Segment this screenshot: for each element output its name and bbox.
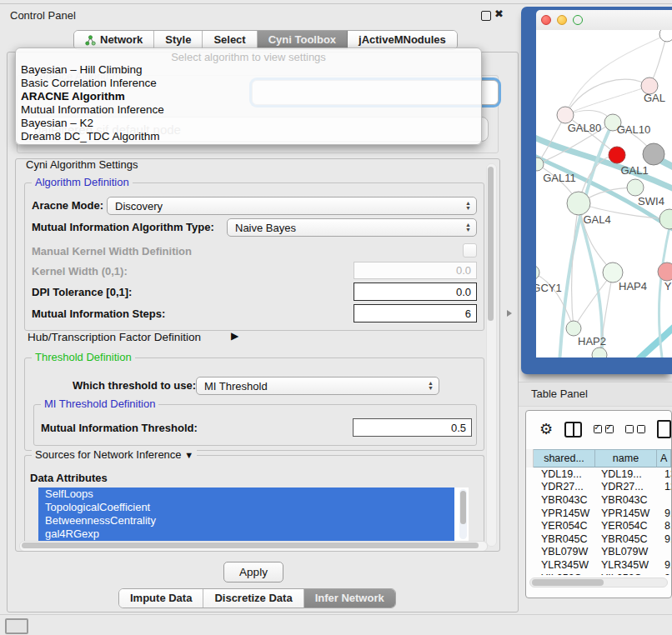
- mi-type-combobox[interactable]: Naive Bayes ▲▼: [227, 218, 477, 237]
- tab-infer-network[interactable]: Infer Network: [304, 589, 395, 608]
- network-node[interactable]: [658, 262, 672, 281]
- table-horizontal-scrollbar[interactable]: [529, 578, 668, 588]
- window-top-divider: [0, 3, 672, 4]
- network-icon: [85, 35, 96, 46]
- row-gutter: [526, 449, 534, 468]
- manual-kernel-label: Manual Kernel Width Definition: [32, 245, 192, 258]
- aracne-mode-label: Aracne Mode:: [32, 199, 103, 212]
- network-nodes: GALGAL80GAL10GAL11GAL1SWI4GAL4GCY1HAP4YH…: [536, 30, 672, 358]
- mi-threshold-input[interactable]: 0.5: [353, 418, 472, 437]
- network-node[interactable]: [566, 321, 581, 336]
- manual-kernel-checkbox[interactable]: [463, 243, 477, 258]
- sources-group-title: Sources for Network Inference ▼: [32, 448, 197, 461]
- data-attribute-item[interactable]: gal4RGexp: [38, 528, 454, 541]
- tab-cyni-toolbox[interactable]: Cyni Toolbox: [258, 31, 348, 49]
- gear-icon[interactable]: ⚙: [539, 422, 553, 437]
- tab-network[interactable]: Network: [74, 31, 154, 49]
- apply-button[interactable]: Apply: [223, 562, 283, 582]
- network-node-label: GAL10: [617, 123, 650, 136]
- table-cell: 13: [659, 468, 671, 480]
- table-row[interactable]: YDL19...YDL19...13: [526, 468, 671, 481]
- aracne-mode-combobox[interactable]: Discovery ▲▼: [107, 197, 477, 215]
- deselect-all-checkboxes-icon[interactable]: [625, 425, 645, 433]
- document-icon[interactable]: [657, 420, 671, 438]
- algorithm-option[interactable]: Mutual Information Inference: [16, 103, 481, 117]
- table-row[interactable]: YBL079WYBL079W: [526, 546, 671, 559]
- settings-group-title: Cyni Algorithm Settings: [23, 158, 141, 171]
- data-attribute-item[interactable]: BetweennessCentrality: [38, 514, 454, 528]
- network-canvas[interactable]: GALGAL80GAL10GAL11GAL1SWI4GAL4GCY1HAP4YH…: [536, 30, 672, 358]
- kernel-width-input[interactable]: 0.0: [354, 262, 477, 279]
- table-cell: 9.: [659, 508, 671, 519]
- table-row[interactable]: YIL052CYIL052C9.: [526, 572, 671, 575]
- network-node[interactable]: [567, 192, 590, 215]
- column-header-a[interactable]: A: [657, 449, 671, 468]
- select-all-checkboxes-icon[interactable]: [594, 425, 614, 433]
- network-node-label: GAL11: [543, 172, 576, 184]
- attr-list-scrollbar[interactable]: [459, 489, 467, 539]
- table-row[interactable]: YBR045CYBR045C9.: [526, 532, 671, 546]
- tab-select[interactable]: Select: [203, 31, 257, 49]
- status-area-divider: [0, 614, 672, 615]
- algorithm-option[interactable]: Basic Correlation Inference: [16, 77, 481, 90]
- settings-horizontal-scrollbar[interactable]: [19, 541, 488, 552]
- splitter-handle-icon[interactable]: [507, 310, 512, 317]
- aracne-mode-value: Discovery: [115, 200, 163, 212]
- network-node[interactable]: [659, 209, 672, 229]
- hub-expand-icon[interactable]: ▶: [231, 330, 238, 342]
- zoom-light-icon[interactable]: [573, 15, 583, 25]
- network-window: GALGAL80GAL10GAL11GAL1SWI4GAL4GCY1HAP4YH…: [521, 7, 672, 374]
- table-panel-title: Table Panel: [531, 388, 588, 400]
- data-attribute-item[interactable]: SelfLoops: [38, 488, 454, 501]
- table-header: shared... name A: [526, 449, 671, 468]
- column-header-name[interactable]: name: [595, 449, 657, 468]
- table-cell: 8.: [659, 520, 671, 532]
- network-node[interactable]: [557, 107, 574, 123]
- tab-infer-network-label: Infer Network: [315, 589, 384, 608]
- network-node[interactable]: [592, 348, 607, 358]
- mi-type-value: Naive Bayes: [235, 222, 296, 234]
- table-row[interactable]: YBR043CYBR043C: [526, 493, 671, 507]
- algorithm-popup-list: Bayesian – Hill ClimbingBasic Correlatio…: [16, 63, 481, 143]
- mi-steps-input[interactable]: 6: [354, 304, 477, 322]
- network-window-titlebar[interactable]: [536, 10, 672, 30]
- column-header-shared[interactable]: shared...: [534, 449, 595, 468]
- data-attribute-item[interactable]: TopologicalCoefficient: [38, 501, 454, 514]
- network-node[interactable]: [536, 265, 539, 280]
- tab-style[interactable]: Style: [154, 31, 203, 49]
- network-node[interactable]: [627, 179, 644, 196]
- network-node[interactable]: [659, 30, 672, 42]
- table-row[interactable]: YPR145WYPR145W9.: [526, 507, 671, 520]
- table-cell: YBL079W: [594, 546, 659, 558]
- table-row[interactable]: YDR27...YDR27...12: [526, 481, 671, 494]
- network-node-label: GAL1: [620, 164, 648, 177]
- network-node-label: GAL4: [583, 213, 610, 226]
- which-threshold-combobox[interactable]: MI Threshold ▲▼: [196, 377, 439, 395]
- algorithm-option[interactable]: Bayesian – Hill Climbing: [16, 63, 481, 77]
- close-icon[interactable]: ✖: [494, 8, 504, 20]
- table-cell: YDR27...: [526, 481, 594, 492]
- minimized-panel-tab[interactable]: [5, 618, 28, 634]
- tab-discretize-data[interactable]: Discretize Data: [203, 589, 303, 608]
- network-node[interactable]: [643, 143, 664, 165]
- algorithm-option[interactable]: ARACNE Algorithm: [16, 90, 481, 103]
- algorithm-option[interactable]: Bayesian – K2: [16, 117, 481, 130]
- threshold-definition-group: Threshold Definition Which threshold to …: [24, 358, 484, 451]
- cyni-algorithm-settings-panel: Cyni Algorithm Settings Algorithm Defini…: [15, 158, 500, 552]
- sources-collapse-icon[interactable]: ▼: [184, 450, 193, 460]
- table-row[interactable]: YLR345WYLR345W9.: [526, 558, 671, 572]
- network-node[interactable]: [609, 147, 625, 163]
- dpi-tolerance-input[interactable]: 0.0: [354, 282, 477, 301]
- tab-jactivemnodules[interactable]: jActiveMNodules: [348, 31, 457, 49]
- algorithm-option[interactable]: Dream8 DC_TDC Algorithm: [16, 130, 481, 143]
- float-panel-icon[interactable]: [481, 11, 491, 21]
- table-cell: YER054C: [594, 520, 659, 532]
- columns-icon[interactable]: [564, 422, 582, 438]
- tab-impute-data[interactable]: Impute Data: [119, 589, 203, 608]
- settings-vertical-scrollbar[interactable]: [486, 163, 497, 547]
- minimize-light-icon[interactable]: [557, 15, 567, 25]
- app: Control Panel ✖ Network Style Select Cyn…: [0, 0, 672, 635]
- tab-network-label: Network: [100, 31, 143, 49]
- table-row[interactable]: YER054CYER054C8.: [526, 519, 671, 532]
- close-light-icon[interactable]: [541, 15, 551, 25]
